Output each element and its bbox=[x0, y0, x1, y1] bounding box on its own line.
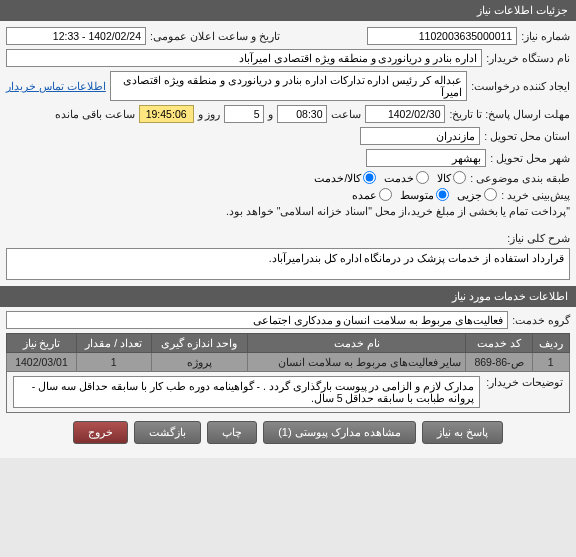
col-qty: تعداد / مقدار bbox=[76, 334, 151, 353]
radio-bulk[interactable]: عمده bbox=[352, 188, 392, 201]
table-row[interactable]: 1 ص-86-869 سایر فعالیت‌های مربوط به سلام… bbox=[7, 353, 570, 372]
need-no-label: شماره نیاز: bbox=[521, 30, 570, 42]
city-value: بهشهر bbox=[366, 149, 486, 167]
main-header: جزئیات اطلاعات نیاز bbox=[0, 0, 576, 21]
cell-qty: 1 bbox=[76, 353, 151, 372]
col-code: کد خدمت bbox=[466, 334, 532, 353]
exit-button[interactable]: خروج bbox=[73, 421, 128, 444]
purchase-radio-group: جزیی متوسط عمده bbox=[352, 188, 497, 201]
cell-name: سایر فعالیت‌های مربوط به سلامت انسان bbox=[247, 353, 466, 372]
services-table: ردیف کد خدمت نام خدمت واحد اندازه گیری ت… bbox=[6, 333, 570, 413]
notes-label: توضیحات خریدار: bbox=[486, 376, 563, 388]
contact-link[interactable]: اطلاعات تماس خریدار bbox=[6, 80, 106, 92]
services-header: اطلاعات خدمات مورد نیاز bbox=[0, 286, 576, 307]
subject-label: طبقه بندی موضوعی : bbox=[470, 172, 570, 184]
buyer-label: نام دستگاه خریدار: bbox=[486, 52, 570, 64]
back-button[interactable]: بازگشت bbox=[134, 421, 201, 444]
announce-value: 1402/02/24 - 12:33 bbox=[6, 27, 146, 45]
group-label: گروه خدمت: bbox=[512, 314, 570, 326]
radio-service[interactable]: خدمت bbox=[384, 171, 429, 184]
attachments-button[interactable]: مشاهده مدارک پیوستی (1) bbox=[263, 421, 416, 444]
and-label: و bbox=[268, 108, 273, 120]
announce-label: تاریخ و ساعت اعلان عمومی: bbox=[150, 30, 280, 42]
respond-button[interactable]: پاسخ به نیاز bbox=[422, 421, 503, 444]
deadline-date: 1402/02/30 bbox=[365, 105, 445, 123]
province-label: استان محل تحویل : bbox=[484, 130, 570, 142]
radio-both[interactable]: کالا/خدمت bbox=[314, 171, 376, 184]
radio-goods[interactable]: کالا bbox=[437, 171, 466, 184]
deadline-label: مهلت ارسال پاسخ: تا تاریخ: bbox=[449, 108, 570, 120]
creator-label: ایجاد کننده درخواست: bbox=[471, 80, 570, 92]
subject-radio-group: کالا خدمت کالا/خدمت bbox=[314, 171, 466, 184]
cell-date: 1402/03/01 bbox=[7, 353, 77, 372]
radio-partial[interactable]: جزیی bbox=[457, 188, 497, 201]
time-label-1: ساعت bbox=[331, 108, 361, 120]
need-no-value: 1102003635000011 bbox=[367, 27, 517, 45]
purchase-label: پیش‌بینی خرید : bbox=[501, 189, 570, 201]
deadline-time: 08:30 bbox=[277, 105, 327, 123]
remaining-label: ساعت باقی مانده bbox=[55, 108, 135, 120]
col-date: تاریخ نیاز bbox=[7, 334, 77, 353]
creator-value: عبداله کر رئیس اداره تدارکات اداره بنادر… bbox=[110, 71, 467, 101]
city-label: شهر محل تحویل : bbox=[490, 152, 570, 164]
group-value: فعالیت‌های مربوط به سلامت انسان و مددکار… bbox=[6, 311, 508, 329]
notes-value bbox=[13, 376, 480, 408]
col-name: نام خدمت bbox=[247, 334, 466, 353]
desc-label: شرح کلی نیاز: bbox=[507, 229, 570, 244]
payment-note: "پرداخت تمام یا بخشی از مبلغ خرید،از محل… bbox=[226, 205, 570, 217]
countdown-timer: 19:45:06 bbox=[139, 105, 194, 123]
col-unit: واحد اندازه گیری bbox=[151, 334, 247, 353]
print-button[interactable]: چاپ bbox=[207, 421, 257, 444]
cell-unit: پروژه bbox=[151, 353, 247, 372]
cell-row: 1 bbox=[532, 353, 569, 372]
desc-value bbox=[6, 248, 570, 280]
days-value: 5 bbox=[224, 105, 264, 123]
buyer-value: اداره بنادر و دریانوردی و منطقه ویژه اقت… bbox=[6, 49, 482, 67]
province-value: مازندران bbox=[360, 127, 480, 145]
radio-medium[interactable]: متوسط bbox=[400, 188, 449, 201]
days-label: روز و bbox=[198, 108, 221, 120]
col-row: ردیف bbox=[532, 334, 569, 353]
cell-code: ص-86-869 bbox=[466, 353, 532, 372]
